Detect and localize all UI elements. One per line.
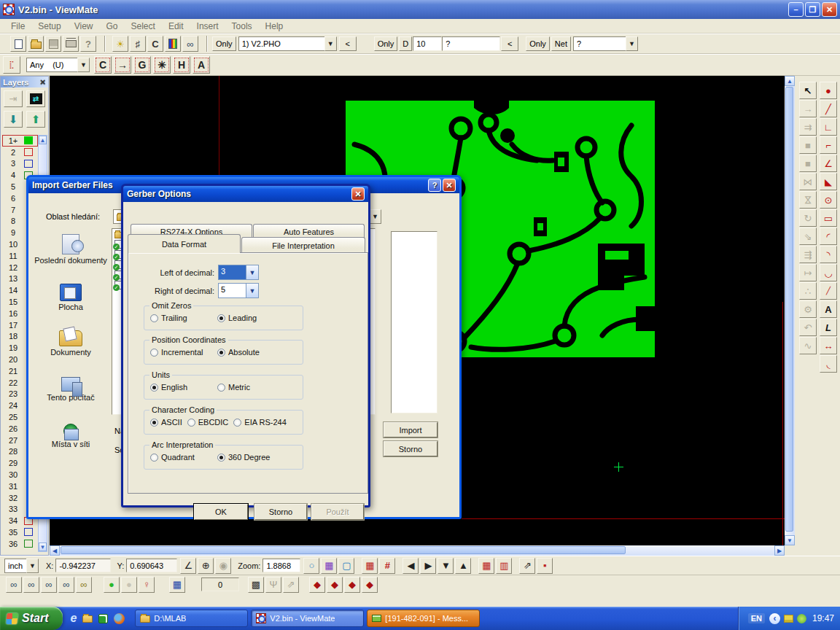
minimize-button[interactable]: –	[788, 2, 804, 17]
draw-dimension-button[interactable]: ↔	[820, 337, 837, 354]
notes-tray-icon[interactable]	[784, 615, 793, 623]
close-button[interactable]: ✕	[351, 187, 365, 201]
layer-color-swatch[interactable]	[24, 160, 33, 168]
units-combo[interactable]: inch ▼	[4, 559, 39, 573]
layer-setup-button[interactable]: ⇄	[26, 90, 45, 107]
align-pads-button[interactable]: ∴	[799, 282, 817, 300]
rotate-button[interactable]: ↻	[799, 209, 817, 227]
pan-down-button[interactable]: ▼	[438, 558, 454, 574]
messenger-icon[interactable]	[797, 614, 806, 623]
snap-origin-button[interactable]: ◉	[215, 558, 231, 574]
place-desktop[interactable]: Plocha	[34, 284, 107, 311]
grid-origin-button[interactable]: ▦	[478, 558, 494, 574]
smooth-path-button[interactable]: ∿	[799, 337, 817, 354]
layer-row-2[interactable]: 2	[2, 147, 38, 158]
view-lines-button[interactable]: ∞	[23, 577, 39, 593]
draw-rectangle-button[interactable]: ▭	[820, 209, 837, 227]
dcode-filter-field[interactable]: ?	[442, 36, 500, 51]
chevron-down-icon[interactable]: ▼	[626, 36, 638, 51]
radio-ascii[interactable]: ASCII	[150, 418, 182, 427]
place-network-places[interactable]: Místa v síti	[34, 424, 107, 448]
menu-help[interactable]: Help	[259, 20, 290, 33]
zoom-grid-button[interactable]: ▦	[321, 558, 337, 574]
save-button[interactable]	[45, 36, 61, 52]
scroll-up-button[interactable]: ▲	[39, 136, 47, 144]
start-button[interactable]: Start	[0, 607, 63, 630]
close-icon[interactable]: ✕	[40, 78, 46, 86]
radio-metric[interactable]: Metric	[217, 383, 281, 392]
radio-button-icon[interactable]	[150, 349, 158, 357]
language-indicator[interactable]: EN	[748, 613, 765, 623]
layer-color-swatch[interactable]	[24, 540, 33, 548]
open-file-button[interactable]	[28, 36, 44, 52]
pad-select-button[interactable]: ◆	[327, 577, 343, 593]
ok-button[interactable]: OK	[194, 504, 248, 520]
place-documents[interactable]: Dokumenty	[34, 330, 107, 357]
hscroll-thumb[interactable]	[61, 546, 626, 554]
draw-outline-button[interactable]: ⌐	[820, 136, 837, 154]
dot-grid-button[interactable]: ▩	[248, 577, 264, 593]
menu-setup[interactable]: Setup	[31, 20, 67, 33]
draw-corner-button[interactable]: ∟	[820, 118, 837, 136]
layer-row-35[interactable]: 35	[2, 526, 38, 538]
right-of-decimal-combo[interactable]: 5 ▼	[218, 283, 259, 298]
radio-button-icon[interactable]	[217, 314, 225, 322]
tab-auto-features[interactable]: Auto Features	[253, 224, 365, 238]
mirror-vertical-button[interactable]: ⋈	[799, 191, 817, 209]
relative-move-button[interactable]: ⇗	[283, 577, 299, 593]
select-text-button[interactable]: A	[192, 56, 210, 74]
chevron-icon[interactable]: ‹	[769, 613, 780, 624]
x-coordinate-field[interactable]: -0.942237	[55, 559, 111, 572]
radio-button-icon[interactable]	[150, 314, 158, 322]
origin-crosshair-button[interactable]: ⊕	[198, 558, 214, 574]
chevron-down-icon[interactable]: ▼	[26, 559, 39, 573]
new-document-button[interactable]	[10, 36, 26, 52]
view-sketch-button[interactable]: ∞	[76, 577, 92, 593]
anything-combo[interactable]: Any (U) ▼	[26, 58, 90, 72]
chevron-down-icon[interactable]: ▼	[324, 36, 337, 51]
scroll-down-button[interactable]: ▼	[785, 535, 795, 545]
layer-color-swatch[interactable]	[24, 148, 33, 156]
notes-icon[interactable]	[98, 614, 108, 623]
draw-hook-button[interactable]: ◟	[820, 355, 837, 373]
apply-button[interactable]: Použít	[311, 504, 364, 520]
prev-dcode-button[interactable]: <	[339, 36, 357, 51]
undo-shape-button[interactable]: ↶	[799, 319, 817, 336]
radio-button-icon[interactable]	[187, 419, 195, 427]
radio-360-degree[interactable]: 360 Degree	[217, 453, 281, 462]
scale-button[interactable]: ⇘	[799, 228, 817, 245]
vscroll-thumb[interactable]	[785, 87, 793, 532]
move-offset-button[interactable]: ↦	[799, 264, 817, 281]
radio-english[interactable]: English	[150, 383, 214, 392]
scroll-left-button[interactable]: ◀	[50, 545, 60, 556]
draw-arc-cw-button[interactable]: ◝	[820, 246, 837, 263]
radio-button-icon[interactable]	[217, 384, 225, 392]
layer-color-swatch[interactable]	[24, 136, 33, 144]
grid-coarse-button[interactable]: #	[379, 558, 395, 574]
select-arrow-button[interactable]: →	[114, 56, 131, 74]
layers-panel-titlebar[interactable]: Layers ✕	[1, 77, 48, 88]
radio-eia-rs-244[interactable]: EIA RS-244	[233, 418, 286, 427]
only-dcode-button[interactable]: Only	[374, 36, 398, 51]
circle-select-button[interactable]: C	[147, 36, 163, 52]
measure-view-button[interactable]: ∞	[182, 36, 198, 52]
step-repeat-button[interactable]: ⇶	[799, 246, 817, 263]
place-recent-documents[interactable]: Poslední dokumenty	[34, 234, 107, 265]
view-traces-button[interactable]: ∞	[58, 577, 74, 593]
radio-button-icon[interactable]	[150, 419, 158, 427]
task-mlab-folder[interactable]: D:\MLAB	[135, 610, 248, 627]
restore-button[interactable]: ❐	[805, 2, 820, 17]
draw-pad-button[interactable]: ●	[820, 82, 837, 99]
view-pads-button[interactable]: ∞	[41, 577, 57, 593]
menu-insert[interactable]: Insert	[190, 20, 225, 33]
layer-row-36[interactable]: 36	[2, 538, 38, 550]
layer-row-1[interactable]: 1+	[2, 135, 38, 147]
cursor-select-button[interactable]: ↖	[799, 82, 817, 99]
layer-up-button[interactable]: ⬆	[26, 111, 45, 128]
only-net-button[interactable]: Only	[526, 36, 550, 51]
task-viewmate[interactable]: V2.bin - ViewMate	[251, 610, 364, 627]
close-button[interactable]: ✕	[443, 179, 456, 192]
net-button[interactable]: Net	[551, 36, 571, 51]
draw-circle-button[interactable]: ⊙	[820, 191, 837, 209]
help-button[interactable]: ?	[428, 179, 441, 192]
